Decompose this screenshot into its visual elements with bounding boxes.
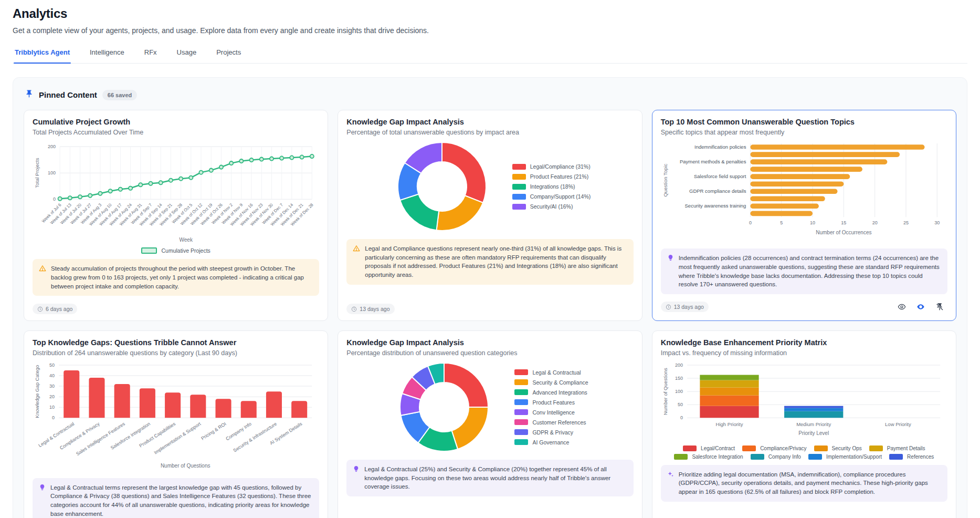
card-subtitle: Percentage of total unanswerable questio… xyxy=(346,129,633,136)
card-subtitle: Total Projects Accumulated Over Time xyxy=(33,129,319,136)
lightbulb-icon xyxy=(353,465,360,491)
timestamp-pill: 13 days ago xyxy=(346,304,394,314)
pinned-cards-grid: Cumulative Project Growth Total Projects… xyxy=(24,110,956,518)
pinned-content-section: Pinned Content 66 saved Cumulative Proje… xyxy=(13,77,967,518)
chart-legend: Cumulative Projects xyxy=(33,247,319,254)
card-priority-matrix[interactable]: Knowledge Base Enhancement Priority Matr… xyxy=(652,330,956,518)
svg-text:30: 30 xyxy=(49,384,55,389)
card-cumulative-project-growth[interactable]: Cumulative Project Growth Total Projects… xyxy=(24,110,328,321)
svg-text:0: 0 xyxy=(749,220,752,225)
svg-text:10: 10 xyxy=(810,220,815,225)
legend-item: Security & Compliance xyxy=(514,379,588,386)
svg-text:High Priority: High Priority xyxy=(715,421,743,427)
svg-text:20: 20 xyxy=(872,220,877,225)
legend-item: Legal/Compliance (31%) xyxy=(512,163,591,170)
lightbulb-icon xyxy=(667,254,674,289)
saved-count-badge: 66 saved xyxy=(102,90,137,100)
legend-item: Security Ops xyxy=(814,446,862,451)
svg-text:Security awareness training: Security awareness training xyxy=(684,203,746,209)
svg-text:0: 0 xyxy=(680,415,683,420)
svg-text:Question Topic: Question Topic xyxy=(662,164,668,197)
tab-projects[interactable]: Projects xyxy=(215,48,242,63)
clock-icon xyxy=(37,306,43,312)
legend-item: Integrations (18%) xyxy=(512,183,591,190)
card-title: Cumulative Project Growth xyxy=(33,118,319,126)
chart-legend: Legal & ContractualSecurity & Compliance… xyxy=(514,369,588,446)
svg-text:20: 20 xyxy=(49,394,55,399)
card-title: Top Knowledge Gaps: Questions Tribble Ca… xyxy=(33,338,319,347)
svg-text:Sales Intelligence Features: Sales Intelligence Features xyxy=(75,421,126,457)
card-knowledge-gap-impact-1[interactable]: Knowledge Gap Impact Analysis Percentage… xyxy=(338,110,642,321)
eye-icon xyxy=(898,303,906,311)
clock-icon xyxy=(666,304,671,310)
insight-box: Legal and Compliance questions represent… xyxy=(346,239,633,285)
lightbulb-icon xyxy=(39,484,46,518)
insight-text: Legal & Contractual terms represent the … xyxy=(50,483,313,518)
card-title: Top 10 Most Common Unanswerable Question… xyxy=(661,118,947,126)
svg-text:GDPR compliance details: GDPR compliance details xyxy=(689,188,746,194)
clock-icon xyxy=(351,306,357,312)
card-knowledge-gap-impact-2[interactable]: Knowledge Gap Impact Analysis Percentage… xyxy=(338,330,642,518)
legend-item: Implementation/Support xyxy=(808,454,882,460)
svg-text:50: 50 xyxy=(678,402,683,407)
legend-item: GDPR & Privacy xyxy=(514,429,588,436)
insight-box: Prioritize adding legal documentation (M… xyxy=(661,465,947,502)
svg-text:Security & Infrastructure: Security & Infrastructure xyxy=(233,421,278,453)
warning-icon xyxy=(353,245,360,279)
svg-text:100: 100 xyxy=(675,389,683,394)
insight-box: Legal & Contractual (25%) and Security &… xyxy=(346,460,633,496)
insight-text: Prioritize adding legal documentation (M… xyxy=(679,470,941,496)
chart-legend: Legal/ContractCompliance/PrivacySecurity… xyxy=(661,446,947,460)
svg-text:Number of Occurrences: Number of Occurrences xyxy=(816,230,871,235)
bar-chart: 01020304050Legal & ContractualCompliance… xyxy=(33,361,319,473)
card-title: Knowledge Base Enhancement Priority Matr… xyxy=(661,338,947,347)
svg-text:Week: Week xyxy=(179,237,193,243)
svg-text:Medium Priority: Medium Priority xyxy=(796,421,831,427)
legend-item: Payment Details xyxy=(869,446,925,451)
card-title: Knowledge Gap Impact Analysis xyxy=(346,118,633,126)
hbar-chart: 051015202530Indemnification policiesPaym… xyxy=(661,140,947,243)
tab-rfx[interactable]: RFx xyxy=(143,48,158,63)
svg-text:10: 10 xyxy=(49,405,55,410)
legend-item: Product Features xyxy=(514,399,588,406)
svg-text:50: 50 xyxy=(49,362,55,368)
insight-toggle-button[interactable] xyxy=(913,299,929,314)
tab-intelligence[interactable]: Intelligence xyxy=(89,48,125,63)
legend-item: AI Governance xyxy=(514,439,588,446)
legend-item: Compliance/Privacy xyxy=(742,446,806,451)
insight-text: Legal & Contractual (25%) and Security &… xyxy=(364,465,627,491)
card-title: Knowledge Gap Impact Analysis xyxy=(346,338,633,347)
sparkle-icon xyxy=(667,471,674,496)
legend-item: Advanced Integrations xyxy=(514,389,588,396)
view-button[interactable] xyxy=(894,299,910,314)
timestamp-pill: 13 days ago xyxy=(661,302,709,312)
legend-item: Salesforce Integration xyxy=(674,454,743,460)
line-chart: 0100200Week of Jul 6Week of Jul 13Week o… xyxy=(33,140,319,246)
insight-box: Steady accumulation of projects througho… xyxy=(33,259,319,296)
donut-chart: Legal & ContractualSecurity & Compliance… xyxy=(346,360,633,454)
legend-item: Company/Support (14%) xyxy=(512,193,591,200)
stacked-bar-chart: 050100150200High PriorityMedium Priority… xyxy=(661,361,947,443)
legend-item: References xyxy=(889,454,934,460)
legend-item: Security/AI (16%) xyxy=(512,203,591,210)
pinned-content-title: Pinned Content xyxy=(39,90,97,99)
svg-text:Payment methods & penalties: Payment methods & penalties xyxy=(680,159,746,164)
svg-text:Number of Questions: Number of Questions xyxy=(161,463,210,469)
svg-text:Pricing & ROI: Pricing & ROI xyxy=(200,421,227,441)
insight-box: Legal & Contractual terms represent the … xyxy=(33,478,319,518)
card-subtitle: Distribution of 264 unanswerable questio… xyxy=(33,349,319,357)
svg-text:25: 25 xyxy=(903,220,909,225)
page-subtitle: Get a complete view of your agents, proj… xyxy=(13,26,967,35)
tab-usage[interactable]: Usage xyxy=(176,48,198,63)
legend-item: Cumulative Projects xyxy=(141,247,210,254)
unpin-icon xyxy=(935,303,944,311)
svg-text:100: 100 xyxy=(48,170,56,175)
unpin-button[interactable] xyxy=(932,299,947,314)
analytics-page: Analytics Get a complete view of your ag… xyxy=(0,0,980,64)
card-top-knowledge-gaps[interactable]: Top Knowledge Gaps: Questions Tribble Ca… xyxy=(24,330,328,518)
tab-bar: Tribblytics Agent Intelligence RFx Usage… xyxy=(13,48,967,64)
insight-text: Steady accumulation of projects througho… xyxy=(51,264,313,291)
card-top10-unanswerable-topics[interactable]: Top 10 Most Common Unanswerable Question… xyxy=(652,110,956,321)
pin-icon xyxy=(25,89,34,100)
tab-tribblytics-agent[interactable]: Tribblytics Agent xyxy=(14,48,71,63)
